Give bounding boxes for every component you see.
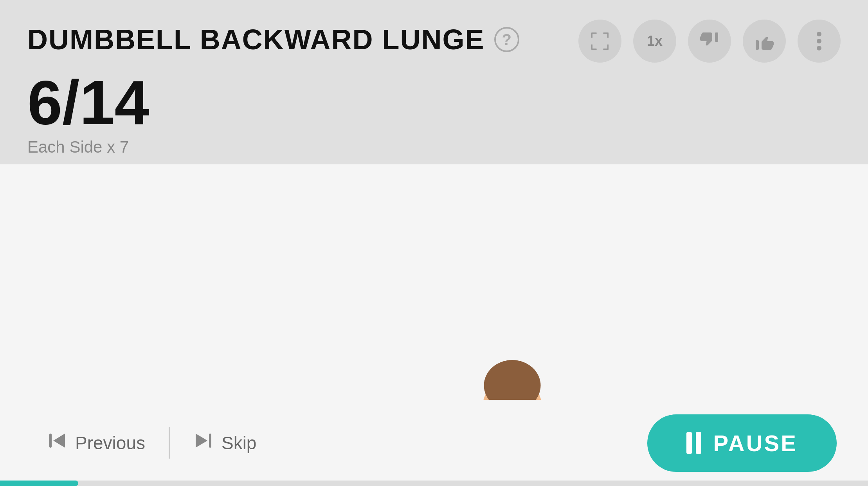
more-options-button[interactable] bbox=[798, 20, 841, 63]
thumbs-up-icon bbox=[754, 31, 774, 51]
previous-label: Previous bbox=[75, 432, 145, 454]
svg-rect-3 bbox=[607, 32, 609, 38]
svg-rect-36 bbox=[49, 434, 52, 448]
svg-point-10 bbox=[817, 46, 821, 50]
svg-point-8 bbox=[817, 32, 821, 36]
previous-icon bbox=[47, 430, 67, 455]
svg-point-9 bbox=[817, 39, 821, 43]
svg-rect-37 bbox=[209, 434, 211, 448]
thumbs-down-icon bbox=[699, 31, 720, 51]
progress-bar-fill bbox=[0, 481, 78, 486]
speed-label: 1x bbox=[647, 33, 663, 49]
rep-counter-display: 6/14 bbox=[27, 71, 841, 134]
question-mark-icon: ? bbox=[502, 31, 511, 49]
previous-button[interactable]: Previous bbox=[31, 423, 161, 463]
more-icon bbox=[816, 31, 822, 51]
svg-rect-7 bbox=[607, 44, 609, 50]
help-icon-button[interactable]: ? bbox=[494, 27, 519, 52]
svg-rect-5 bbox=[591, 44, 592, 50]
top-right-controls: 1x bbox=[578, 20, 841, 63]
pause-button[interactable]: PAUSE bbox=[647, 414, 837, 472]
bottom-section: Previous Skip PAUSE bbox=[0, 164, 868, 486]
fullscreen-icon bbox=[590, 31, 610, 51]
pause-bar-right bbox=[696, 432, 701, 454]
pause-icon bbox=[686, 432, 701, 454]
top-section: DUMBBELL BACKWARD LUNGE ? 6/14 Each Side… bbox=[0, 0, 868, 164]
exercise-title: DUMBBELL BACKWARD LUNGE bbox=[27, 23, 485, 56]
nav-divider bbox=[169, 427, 170, 459]
progress-bar-container bbox=[0, 481, 868, 486]
skip-label: Skip bbox=[222, 432, 256, 454]
dislike-button[interactable] bbox=[688, 20, 731, 63]
skip-icon bbox=[193, 430, 214, 455]
fullscreen-button[interactable] bbox=[578, 20, 621, 63]
like-button[interactable] bbox=[743, 20, 786, 63]
pause-label: PAUSE bbox=[713, 430, 798, 456]
pause-bar-left bbox=[686, 432, 692, 454]
skip-button[interactable]: Skip bbox=[178, 423, 272, 463]
speed-button[interactable]: 1x bbox=[633, 20, 676, 63]
bottom-navigation: Previous Skip PAUSE bbox=[0, 400, 868, 486]
svg-rect-1 bbox=[591, 32, 592, 38]
rep-subtitle: Each Side x 7 bbox=[27, 138, 841, 157]
